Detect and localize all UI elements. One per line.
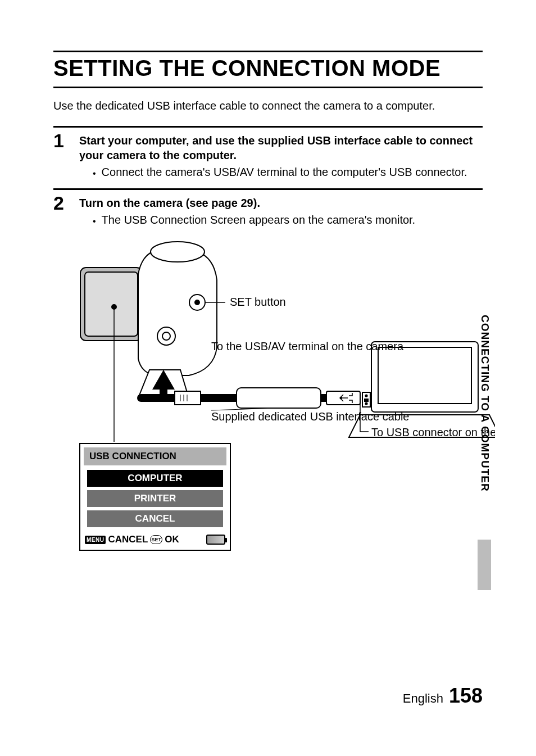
bullet-text: Connect the camera's USB/AV terminal to … — [102, 165, 467, 179]
svg-point-21 — [365, 395, 367, 396]
svg-point-7 — [162, 332, 170, 340]
menu-footer-cancel: CANCEL — [108, 534, 148, 545]
step-1: 1 Start your computer, and use the suppl… — [53, 126, 483, 179]
label-set-button: SET button — [230, 296, 286, 308]
label-usb-av-terminal-line1: To the USB/AV terminal on the camera — [211, 340, 404, 352]
label-cable: Supplied dedicated USB interface cable — [211, 410, 409, 423]
step-body: Start your computer, and use the supplie… — [79, 131, 483, 179]
svg-point-5 — [195, 300, 199, 305]
menu-footer: MENU CANCEL SET OK — [84, 531, 226, 546]
step-2: 2 Turn on the camera (see page 29). The … — [53, 188, 483, 561]
svg-point-8 — [112, 305, 116, 309]
battery-icon — [206, 535, 225, 545]
bullet-dot-icon — [93, 165, 96, 179]
step-heading: Start your computer, and use the supplie… — [79, 133, 483, 162]
svg-rect-11 — [175, 391, 201, 405]
bullet-text: The USB Connection Screen appears on the… — [102, 212, 416, 227]
bullet-dot-icon — [93, 212, 96, 227]
menu-item-printer[interactable]: PRINTER — [87, 490, 223, 507]
menu-item-computer[interactable]: COMPUTER — [87, 470, 223, 487]
step-number: 2 — [53, 193, 69, 561]
step-bullet: Connect the camera's USB/AV terminal to … — [79, 165, 483, 179]
title-rule-box: SETTING THE CONNECTION MODE — [53, 51, 483, 88]
laptop-icon — [349, 342, 495, 437]
footer-language: English — [403, 691, 443, 706]
menu-item-cancel[interactable]: CANCEL — [87, 510, 223, 527]
step-body: Turn on the camera (see page 29). The US… — [79, 193, 495, 561]
section-tab-marker — [478, 540, 491, 590]
page-footer: English 158 — [403, 684, 483, 708]
svg-point-17 — [340, 397, 342, 399]
set-tag-icon: SET — [150, 535, 162, 544]
label-to-computer: To USB connector on the computer — [371, 426, 495, 438]
svg-rect-22 — [365, 399, 368, 401]
connection-diagram: SET button — [68, 235, 495, 561]
svg-rect-19 — [378, 347, 471, 404]
usb-connection-menu: USB CONNECTION COMPUTER PRINTER CANCEL M… — [79, 443, 231, 551]
svg-point-3 — [151, 242, 205, 262]
menu-tag-icon: MENU — [85, 536, 106, 544]
step-bullet: The USB Connection Screen appears on the… — [79, 212, 495, 227]
intro-text: Use the dedicated USB interface cable to… — [53, 98, 483, 114]
section-tab: CONNECTING TO A COMPUTER — [479, 315, 491, 492]
page-title: SETTING THE CONNECTION MODE — [53, 56, 483, 81]
footer-page-number: 158 — [449, 684, 483, 708]
step-number: 1 — [53, 131, 69, 179]
manual-page: SETTING THE CONNECTION MODE Use the dedi… — [0, 0, 536, 756]
menu-title: USB CONNECTION — [84, 447, 226, 465]
svg-rect-1 — [85, 272, 138, 336]
svg-point-23 — [365, 402, 367, 404]
step-heading: Turn on the camera (see page 29). — [79, 196, 495, 210]
svg-rect-15 — [237, 388, 321, 408]
camera-icon — [80, 242, 217, 398]
menu-footer-ok: OK — [165, 534, 179, 545]
